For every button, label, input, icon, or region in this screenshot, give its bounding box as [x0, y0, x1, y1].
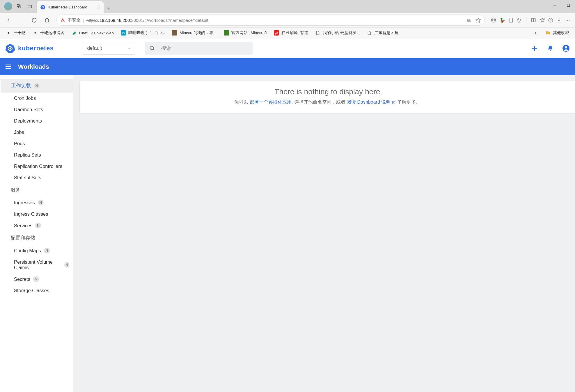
deploy-app-link[interactable]: 部署一个容器化应用: [250, 100, 292, 104]
search-icon: [149, 45, 155, 52]
empty-state-subtitle: 你可以 部署一个容器化应用, 选择其他命名空间，或者 阅读 Dashboard …: [88, 99, 566, 105]
dashboard-docs-link[interactable]: 阅读 Dashboard 说明: [347, 100, 396, 104]
namespace-badge: N: [35, 223, 41, 228]
favorites-icon[interactable]: [539, 17, 545, 23]
bookmark-favicon-icon: [172, 30, 177, 36]
reader-mode-icon[interactable]: A: [466, 18, 472, 23]
search-input[interactable]: [161, 45, 249, 51]
search-box[interactable]: [145, 42, 253, 55]
user-menu-icon[interactable]: [562, 45, 570, 52]
empty-state-card: There is nothing to display here 你可以 部署一…: [80, 81, 575, 113]
empty-state-title: There is nothing to display here: [88, 87, 566, 96]
extensions-row: 🦆: [489, 17, 572, 23]
home-button[interactable]: [41, 15, 52, 26]
svg-rect-21: [531, 18, 533, 22]
kubernetes-logo-icon: [5, 43, 15, 53]
svg-marker-4: [40, 5, 45, 10]
sidebar-item-secrets[interactable]: SecretsN: [0, 273, 73, 285]
svg-line-50: [394, 101, 395, 102]
page-header: Workloads: [0, 58, 575, 75]
namespace-select[interactable]: default: [83, 42, 135, 55]
sidebar-item-pods[interactable]: Pods: [0, 138, 73, 149]
namespace-badge: N: [34, 83, 40, 89]
svg-rect-2: [28, 5, 31, 8]
namespace-badge: N: [64, 262, 69, 268]
bookmark-item[interactable]: 广东智慧团建: [364, 29, 402, 37]
svg-marker-15: [476, 18, 481, 22]
sidebar-item-services[interactable]: ServicesN: [0, 220, 73, 231]
tab-actions-icon[interactable]: [26, 2, 34, 10]
bookmark-item[interactable]: 官方网站 | Minecraft: [221, 29, 270, 37]
bookmark-item[interactable]: TV哔哩哔哩 (゜-゜)つ...: [118, 29, 168, 37]
svg-point-46: [565, 46, 567, 49]
back-button[interactable]: [3, 15, 14, 26]
bookmark-item[interactable]: yd在线翻译_有道: [271, 29, 311, 37]
bookmark-item[interactable]: 我的小站-云盘资源...: [312, 29, 363, 37]
namespace-badge: N: [38, 200, 44, 205]
bookmark-favicon-icon: yd: [274, 30, 279, 36]
window-maximize-button[interactable]: [562, 0, 575, 10]
sidebar-item-pvc[interactable]: Persistent Volume ClaimsN: [0, 256, 73, 273]
new-tab-button[interactable]: [107, 6, 111, 10]
extension-icon-2[interactable]: 🦆: [499, 17, 505, 23]
main-content: There is nothing to display here 你可以 部署一…: [73, 75, 575, 392]
app-body: 工作负载 N Cron Jobs Daemon Sets Deployments…: [0, 75, 575, 392]
other-bookmarks-folder[interactable]: 其他收藏: [542, 29, 572, 37]
svg-point-17: [493, 19, 495, 21]
namespace-badge: N: [44, 248, 50, 253]
sidebar-section-workloads[interactable]: 工作负载 N: [1, 79, 73, 93]
sidebar-item-jobs[interactable]: Jobs: [0, 127, 73, 138]
bookmark-favicon-icon: ◉: [72, 30, 77, 36]
svg-rect-13: [63, 21, 63, 21]
svg-rect-22: [534, 18, 535, 22]
bookmark-favicon-icon: [224, 30, 229, 36]
page-title: Workloads: [18, 63, 49, 70]
extensions-button-icon[interactable]: [517, 17, 522, 23]
sidebar-section-service[interactable]: 服务: [0, 183, 73, 197]
app-topbar: kubernetes default: [0, 38, 575, 58]
titlebar: Kubernetes Dashboard: [0, 0, 575, 13]
more-icon[interactable]: [565, 17, 570, 23]
svg-point-31: [569, 20, 570, 21]
split-screen-icon[interactable]: [530, 17, 536, 23]
sidebar-item-replicationcontrollers[interactable]: Replication Controllers: [0, 161, 73, 172]
address-bar[interactable]: 不安全 | https://192.168.48.200:30001/#/wor…: [56, 15, 485, 26]
kubernetes-favicon-icon: [40, 4, 45, 10]
sidebar-item-replicasets[interactable]: Replica Sets: [0, 149, 73, 161]
profile-avatar[interactable]: [4, 2, 12, 10]
bookmark-item[interactable]: ◉ChatGPT Next Web: [69, 29, 117, 37]
collections-icon[interactable]: [508, 17, 514, 23]
address-row: 不安全 | https://192.168.48.200:30001/#/wor…: [0, 13, 575, 27]
window-minimize-button[interactable]: [548, 0, 562, 10]
sidebar-item-configmaps[interactable]: Config MapsN: [0, 245, 73, 256]
sidebar-item-daemonsets[interactable]: Daemon Sets: [0, 104, 73, 115]
sidebar-item-deployments[interactable]: Deployments: [0, 115, 73, 127]
bookmark-overflow-icon[interactable]: [533, 31, 538, 35]
create-button[interactable]: [531, 45, 538, 52]
history-icon[interactable]: [548, 17, 553, 23]
downloads-icon[interactable]: [556, 17, 562, 23]
tab-title: Kubernetes Dashboard: [48, 5, 94, 9]
workspaces-icon[interactable]: [15, 2, 23, 10]
svg-rect-18: [509, 18, 512, 22]
notifications-icon[interactable]: [546, 45, 554, 52]
refresh-button[interactable]: [29, 15, 40, 26]
menu-icon[interactable]: [5, 63, 12, 70]
bookmark-item[interactable]: ✦千屹运维博客: [30, 29, 68, 37]
sidebar-item-ingressclasses[interactable]: Ingress Classes: [0, 208, 73, 220]
svg-point-30: [567, 20, 568, 21]
sidebar-item-statefulsets[interactable]: Stateful Sets: [0, 172, 73, 183]
browser-tab[interactable]: Kubernetes Dashboard: [37, 1, 104, 13]
svg-text:A: A: [468, 19, 469, 21]
sidebar-item-ingresses[interactable]: IngressesN: [0, 197, 73, 208]
sidebar-item-storageclasses[interactable]: Storage Classes: [0, 285, 73, 296]
bookmark-item[interactable]: Minecraft(我的世界...: [169, 29, 219, 37]
tab-close-icon[interactable]: [97, 5, 100, 9]
kubernetes-logo[interactable]: kubernetes: [5, 43, 54, 53]
app-root: kubernetes default Workloads 工作负载 N Cron…: [0, 38, 575, 392]
sidebar-item-cronjobs[interactable]: Cron Jobs: [0, 93, 73, 104]
bookmark-item[interactable]: ✦严干屹: [3, 29, 29, 37]
favorite-icon[interactable]: [475, 17, 481, 23]
extension-icon-1[interactable]: [491, 17, 496, 23]
sidebar-section-config[interactable]: 配置和存储: [0, 231, 73, 245]
